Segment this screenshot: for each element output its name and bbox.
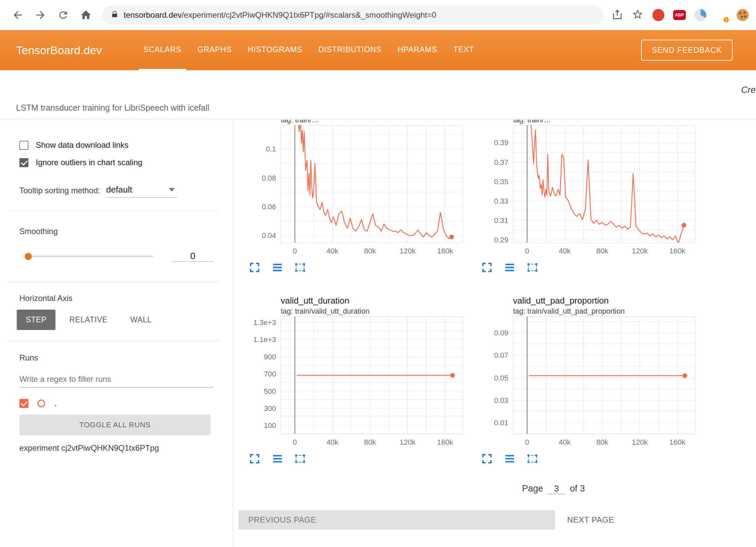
chart-plot[interactable]: 0.010.030.050.070.09040k80k120k160k: [473, 316, 700, 447]
cookie-icon[interactable]: [737, 9, 749, 21]
chart-tag: tag: train/valid_utt_duration: [281, 306, 468, 316]
tab-distributions[interactable]: DISTRIBUTIONS: [314, 30, 386, 70]
chart-plot[interactable]: 0.040.060.080.1040k80k120k160k: [241, 125, 468, 256]
runs-selector-icon[interactable]: [504, 453, 516, 465]
toggle-all-runs-button[interactable]: TOGGLE ALL RUNS: [19, 415, 211, 435]
svg-text:120k: 120k: [399, 438, 416, 446]
chart-tag: tag: train/…: [281, 120, 468, 125]
smoothing-slider-thumb[interactable]: [25, 253, 32, 260]
axis-relative-button[interactable]: RELATIVE: [60, 310, 116, 330]
svg-text:80k: 80k: [364, 247, 376, 255]
bookmark-star-icon[interactable]: [632, 8, 644, 22]
svg-text:0.09: 0.09: [494, 329, 508, 337]
svg-text:0.1: 0.1: [266, 145, 276, 153]
svg-text:160k: 160k: [669, 438, 686, 446]
svg-text:160k: 160k: [437, 247, 454, 255]
runs-selector-icon[interactable]: [504, 261, 516, 274]
svg-text:40k: 40k: [327, 247, 339, 255]
svg-text:1.3e+3: 1.3e+3: [253, 318, 276, 327]
tab-hparams[interactable]: HPARAMS: [393, 30, 442, 70]
previous-page-button[interactable]: PREVIOUS PAGE: [238, 510, 555, 530]
chart-card: valid_utt_durationtag: train/valid_utt_d…: [241, 295, 468, 466]
runs-filter-input[interactable]: [19, 372, 213, 388]
chart-title: valid_utt_duration: [281, 295, 468, 306]
svg-text:0.35: 0.35: [494, 178, 508, 186]
send-feedback-button[interactable]: SEND FEEDBACK: [641, 40, 733, 61]
chart-tag: tag: train/…: [513, 120, 700, 125]
smoothing-slider[interactable]: [26, 256, 153, 257]
fit-domain-icon[interactable]: [526, 261, 538, 274]
svg-text:0.07: 0.07: [494, 351, 508, 359]
forward-icon[interactable]: [34, 9, 47, 21]
runs-selector-icon[interactable]: [271, 261, 283, 274]
chart-card: tag: train/…0.290.310.330.350.370.39040k…: [473, 120, 700, 275]
tab-histograms[interactable]: HISTOGRAMS: [243, 30, 307, 70]
page-number-input[interactable]: [548, 483, 565, 494]
fit-domain-icon[interactable]: [294, 261, 306, 274]
url-domain: tensorboard.dev: [124, 10, 181, 19]
svg-text:900: 900: [264, 353, 276, 361]
chart-card: valid_utt_pad_proportiontag: train/valid…: [473, 295, 700, 466]
extension-red-icon[interactable]: [652, 9, 664, 21]
reload-icon[interactable]: [57, 9, 70, 21]
fullscreen-icon[interactable]: [481, 453, 493, 465]
charts-row-bottom: valid_utt_durationtag: train/valid_utt_d…: [233, 295, 756, 466]
svg-text:0.03: 0.03: [494, 396, 508, 405]
svg-text:0.08: 0.08: [262, 174, 276, 182]
fit-domain-icon[interactable]: [294, 453, 306, 465]
axis-wall-button[interactable]: WALL: [121, 310, 161, 330]
chart-title: valid_utt_pad_proportion: [513, 295, 700, 306]
tab-scalars[interactable]: SCALARS: [139, 30, 186, 70]
show-download-links-checkbox[interactable]: [19, 141, 28, 150]
charts-viewport: tag: train/…0.040.060.080.1040k80k120k16…: [233, 120, 756, 547]
browser-toolbar: tensorboard.dev/experiment/cj2vtPiwQHKN9…: [0, 0, 756, 30]
runs-selector-icon[interactable]: [271, 453, 283, 465]
svg-text:0.37: 0.37: [494, 158, 508, 167]
experiment-id-label: experiment cj2vtPiwQHKN9Q1tx6PTpg: [19, 443, 213, 453]
run-color-swatch-icon: [37, 400, 45, 407]
fit-domain-icon[interactable]: [526, 453, 538, 465]
avatar-badge: 1: [723, 16, 730, 23]
fullscreen-icon[interactable]: [481, 261, 493, 274]
tab-graphs[interactable]: GRAPHS: [193, 30, 237, 70]
smoothing-value-input[interactable]: [172, 251, 213, 262]
svg-text:120k: 120k: [632, 247, 648, 255]
run-checkbox[interactable]: [19, 399, 28, 408]
created-text-clipped: Crea: [741, 85, 756, 95]
svg-text:40k: 40k: [559, 438, 571, 446]
ignore-outliers-checkbox[interactable]: [19, 158, 28, 167]
show-download-links-label: Show data download links: [36, 140, 129, 150]
svg-text:100: 100: [264, 421, 276, 430]
tooltip-sorting-dropdown[interactable]: default: [106, 185, 177, 198]
extension-pie-icon[interactable]: [695, 9, 707, 21]
chart-tag: tag: train/valid_utt_pad_proportion: [513, 306, 700, 316]
experiment-title: LSTM transducer training for LibriSpeech…: [16, 103, 209, 113]
next-page-button[interactable]: NEXT PAGE: [567, 515, 614, 525]
charts-row-top: tag: train/…0.040.060.080.1040k80k120k16…: [233, 120, 756, 275]
chart-plot[interactable]: 1003005007009001.1e+31.3e+3040k80k120k16…: [241, 316, 468, 447]
axis-step-button[interactable]: STEP: [17, 310, 55, 330]
extension-abp-icon[interactable]: ABP: [673, 10, 686, 20]
share-icon[interactable]: [612, 9, 623, 21]
svg-text:80k: 80k: [596, 247, 608, 255]
ignore-outliers-label: Ignore outliers in chart scaling: [36, 158, 142, 167]
pagination: Page of 3: [522, 483, 756, 494]
runs-label: Runs: [19, 353, 213, 362]
back-icon[interactable]: [11, 9, 24, 21]
svg-text:0.33: 0.33: [494, 197, 508, 205]
app-logo[interactable]: TensorBoard.dev: [16, 44, 102, 57]
svg-text:120k: 120k: [399, 247, 416, 255]
svg-text:1.1e+3: 1.1e+3: [253, 335, 276, 344]
svg-text:0.29: 0.29: [494, 236, 508, 244]
svg-text:500: 500: [264, 387, 276, 396]
profile-avatar[interactable]: 1: [715, 9, 728, 21]
svg-text:0.05: 0.05: [494, 374, 508, 382]
url-bar[interactable]: tensorboard.dev/experiment/cj2vtPiwQHKN9…: [102, 6, 604, 24]
chart-plot[interactable]: 0.290.310.330.350.370.39040k80k120k160k: [473, 125, 700, 256]
horizontal-axis-label: Horizontal Axis: [19, 294, 213, 303]
home-icon[interactable]: [80, 9, 92, 21]
tab-text[interactable]: TEXT: [449, 30, 479, 70]
chevron-down-icon: [169, 188, 175, 192]
fullscreen-icon[interactable]: [249, 261, 261, 274]
fullscreen-icon[interactable]: [249, 453, 261, 465]
